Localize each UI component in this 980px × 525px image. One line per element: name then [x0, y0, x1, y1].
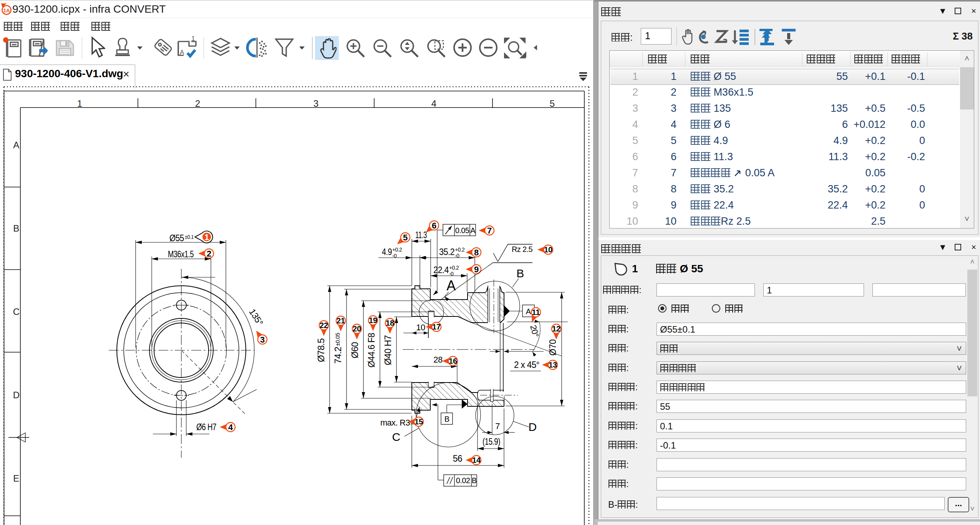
svg-text:10: 10 [544, 245, 552, 254]
svg-text:11.3: 11.3 [415, 230, 427, 240]
svg-text:D: D [528, 421, 536, 433]
svg-text:4: 4 [228, 422, 233, 432]
svg-text:17: 17 [432, 323, 441, 331]
svg-text:Ø70: Ø70 [548, 340, 558, 356]
svg-text:22: 22 [320, 321, 328, 330]
svg-text:+0.2: +0.2 [392, 247, 402, 253]
svg-text:Ø44.6 F8: Ø44.6 F8 [366, 333, 376, 368]
svg-text:28: 28 [433, 355, 443, 364]
svg-text:74.2: 74.2 [333, 347, 343, 364]
svg-text:13: 13 [549, 361, 557, 369]
svg-text:15: 15 [415, 417, 423, 426]
svg-text:Ø78.5: Ø78.5 [316, 338, 326, 362]
svg-text:B: B [472, 476, 477, 485]
svg-text:35.2: 35.2 [439, 247, 454, 257]
svg-text:B: B [516, 267, 524, 280]
svg-text:C: C [13, 306, 20, 317]
svg-text:D: D [13, 390, 20, 400]
svg-text:-0: -0 [449, 271, 454, 277]
svg-text:B: B [444, 415, 449, 423]
svg-text:Rz 2.5: Rz 2.5 [512, 245, 532, 253]
svg-text:2: 2 [207, 249, 211, 258]
svg-text:4: 4 [431, 98, 436, 109]
svg-text:11: 11 [532, 308, 540, 316]
svg-text:8: 8 [474, 248, 479, 257]
svg-text:18: 18 [386, 319, 394, 327]
svg-text:1: 1 [204, 232, 209, 242]
svg-text:12: 12 [552, 325, 560, 333]
svg-text:3: 3 [260, 335, 265, 344]
svg-text:-0: -0 [392, 253, 397, 259]
svg-text:A: A [470, 226, 476, 235]
svg-text:A: A [526, 307, 531, 316]
svg-text:E: E [13, 473, 19, 484]
svg-text:C: C [392, 431, 400, 443]
svg-text:14: 14 [472, 456, 481, 464]
svg-text:5: 5 [550, 98, 555, 109]
svg-text:10: 10 [416, 323, 425, 332]
svg-text:9: 9 [474, 265, 479, 274]
svg-text:6: 6 [432, 221, 436, 230]
svg-text:0.02: 0.02 [456, 476, 470, 485]
svg-text:16: 16 [449, 357, 457, 365]
svg-text:+0.2: +0.2 [455, 247, 465, 253]
svg-text:A: A [13, 140, 19, 150]
svg-text:19: 19 [369, 316, 377, 325]
svg-text:22.4: 22.4 [433, 265, 449, 275]
svg-text:-0: -0 [455, 253, 459, 259]
svg-text:1: 1 [77, 98, 82, 109]
svg-text:4.9: 4.9 [382, 247, 392, 257]
svg-text:Ø6 H7: Ø6 H7 [196, 422, 216, 432]
svg-text:7: 7 [487, 226, 492, 235]
svg-text:20°: 20° [528, 324, 541, 338]
svg-text:21: 21 [337, 316, 345, 325]
svg-text:Ø60: Ø60 [350, 342, 360, 358]
svg-text:7: 7 [495, 421, 500, 431]
svg-text:+0.2: +0.2 [449, 265, 459, 271]
svg-text:Ø55: Ø55 [169, 233, 184, 243]
svg-text:M36x1.5: M36x1.5 [168, 249, 194, 259]
svg-text:56: 56 [453, 454, 462, 464]
svg-text:20: 20 [353, 325, 361, 333]
svg-text:3: 3 [313, 98, 318, 109]
svg-text:A: A [446, 278, 456, 293]
svg-text:5: 5 [403, 233, 408, 242]
svg-text:B: B [13, 223, 19, 234]
svg-text:135°: 135° [247, 307, 265, 327]
svg-text:max. R3: max. R3 [380, 418, 410, 427]
svg-text:2: 2 [195, 98, 200, 109]
svg-text:0.05: 0.05 [455, 226, 469, 235]
svg-text:(15.9): (15.9) [483, 437, 500, 447]
svg-text:2 x 45°: 2 x 45° [514, 360, 539, 370]
svg-text:±0.05: ±0.05 [334, 333, 341, 346]
svg-text:±0.1: ±0.1 [185, 234, 194, 240]
svg-text:Ø40 H7: Ø40 H7 [383, 335, 393, 365]
